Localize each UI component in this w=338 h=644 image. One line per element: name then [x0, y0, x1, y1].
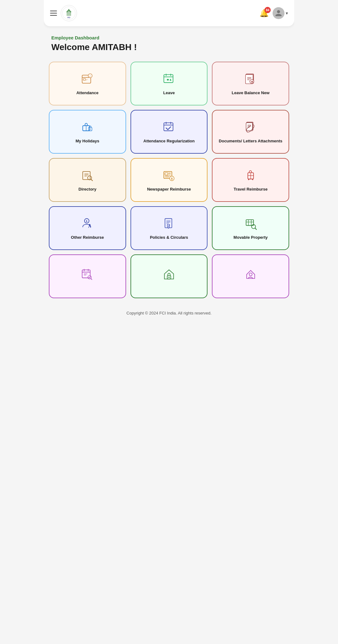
footer-text: Copyright © 2024 FCI India. All rights r…: [126, 311, 212, 315]
documents-icon: [244, 120, 258, 134]
card-leave-label: Leave: [163, 90, 175, 96]
svg-rect-33: [164, 123, 173, 131]
card-directory-label: Directory: [79, 187, 96, 192]
svg-point-7: [68, 10, 69, 12]
svg-point-10: [70, 11, 71, 12]
card-leave[interactable]: Leave: [131, 62, 208, 105]
app-header: FCI 🔔 84 ▾: [44, 0, 294, 26]
svg-point-83: [168, 277, 170, 278]
svg-text:$: $: [86, 220, 88, 222]
attendance-icon: ✓ ✓: [80, 72, 94, 86]
notification-button[interactable]: 🔔 84: [259, 9, 269, 18]
card-attendance-label: Attendance: [76, 90, 99, 96]
welcome-title: Welcome AMITABH !: [51, 42, 287, 52]
svg-point-60: [252, 179, 253, 180]
svg-point-6: [69, 9, 69, 11]
footer: Copyright © 2024 FCI India. All rights r…: [44, 304, 294, 322]
chevron-down-icon: ▾: [286, 11, 288, 16]
welcome-section: Employee Dashboard Welcome AMITABH !: [44, 26, 294, 59]
leave-icon: [162, 72, 176, 86]
svg-text:✓: ✓: [90, 74, 91, 77]
card-newspaper-label: Newspaper Reimburse: [147, 187, 191, 192]
avatar: [273, 7, 284, 19]
card-movable[interactable]: Movable Property: [212, 206, 289, 250]
svg-point-8: [69, 10, 70, 12]
card-newspaper[interactable]: $ Newspaper Reimburse: [131, 158, 208, 202]
card-schedule-search[interactable]: [49, 254, 126, 298]
att-regularization-icon: [162, 120, 176, 134]
svg-point-59: [248, 179, 249, 180]
dashboard-label: Employee Dashboard: [51, 35, 287, 40]
card-attendance[interactable]: ✓ ✓ Attendance: [49, 62, 126, 105]
movable-icon: [244, 217, 258, 231]
svg-point-84: [249, 273, 252, 276]
svg-line-47: [91, 179, 93, 181]
svg-text:$: $: [171, 177, 172, 180]
my-holidays-icon: [80, 120, 94, 134]
svg-rect-68: [246, 220, 253, 225]
card-my-holidays[interactable]: My Holidays: [49, 110, 126, 154]
leave-balance-icon: ⊕: [244, 72, 258, 86]
user-profile-button[interactable]: ▾: [273, 7, 288, 19]
card-documents-label: Documents/ Letters Attachments: [219, 139, 282, 144]
svg-text:⊕: ⊕: [251, 80, 253, 83]
svg-point-63: [89, 224, 91, 226]
card-directory[interactable]: Directory: [49, 158, 126, 202]
header-left: FCI: [50, 5, 77, 21]
policies-icon: [162, 217, 176, 231]
card-policies[interactable]: Policies & Circulars: [131, 206, 208, 250]
schedule-search-icon: [80, 268, 94, 281]
directory-icon: [80, 169, 94, 182]
card-att-regularization[interactable]: Attendance Regularization: [131, 110, 208, 154]
app-logo: FCI: [61, 5, 77, 21]
svg-point-32: [90, 129, 91, 130]
card-att-regularization-label: Attendance Regularization: [143, 139, 195, 144]
card-home-lock[interactable]: [131, 254, 208, 298]
svg-rect-14: [83, 79, 85, 80]
card-travel-label: Travel Reimburse: [233, 187, 267, 192]
newspaper-icon: $: [162, 169, 176, 182]
svg-rect-18: [164, 74, 173, 83]
card-movable-label: Movable Property: [233, 235, 268, 240]
svg-line-81: [91, 279, 92, 280]
dashboard-grid: ✓ ✓ Attendance Leave ⊕ Leave Balance New: [44, 59, 294, 304]
card-travel[interactable]: Travel Reimburse: [212, 158, 289, 202]
card-my-holidays-label: My Holidays: [75, 139, 99, 144]
svg-text:FCI: FCI: [68, 17, 70, 18]
svg-line-73: [255, 228, 256, 229]
card-leave-balance[interactable]: ⊕ Leave Balance New: [212, 62, 289, 105]
hamburger-menu[interactable]: [50, 11, 57, 16]
svg-rect-42: [83, 171, 90, 180]
person-home-icon: [244, 268, 258, 281]
svg-text:✓: ✓: [86, 78, 88, 80]
card-other-reimburse[interactable]: $ Other Reimburse: [49, 206, 126, 250]
card-other-reimburse-label: Other Reimburse: [71, 235, 104, 240]
svg-rect-49: [165, 172, 168, 175]
travel-icon: [244, 169, 258, 182]
notification-badge: 84: [264, 7, 271, 13]
card-leave-balance-label: Leave Balance New: [232, 90, 269, 96]
svg-point-9: [67, 11, 68, 12]
header-right: 🔔 84 ▾: [259, 7, 288, 19]
card-policies-label: Policies & Circulars: [150, 235, 188, 240]
card-person-home[interactable]: [212, 254, 289, 298]
other-reimburse-icon: $: [80, 217, 94, 231]
card-documents[interactable]: Documents/ Letters Attachments: [212, 110, 289, 154]
home-lock-icon: [162, 268, 176, 281]
